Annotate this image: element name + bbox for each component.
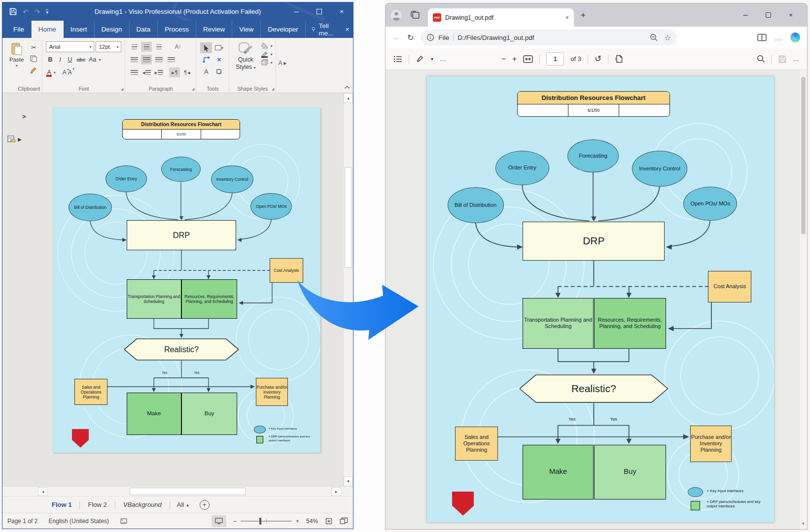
toolbar-more-icon[interactable]: … <box>440 55 446 63</box>
rectangle-tool-button[interactable]: ▾ <box>213 42 225 53</box>
back-icon[interactable]: ← <box>392 33 400 42</box>
grow-font-button[interactable]: A▴ <box>63 69 67 76</box>
insert-page-button[interactable]: + <box>200 500 210 510</box>
effects-button[interactable]: ▾ <box>261 59 272 66</box>
tell-me-box[interactable]: Tell me... <box>306 21 342 38</box>
close-tab-icon[interactable]: × <box>565 14 569 21</box>
vertical-scroll-thumb[interactable] <box>345 167 352 268</box>
align-top-button[interactable] <box>129 42 140 52</box>
refresh-icon[interactable]: ↻ <box>407 33 414 42</box>
node-transportation-planning[interactable]: Transportation Planning and Scheduling <box>523 298 594 349</box>
close-button[interactable]: × <box>330 2 353 21</box>
underline-button[interactable]: U <box>66 55 74 65</box>
tab-actions-icon[interactable] <box>410 10 421 20</box>
decrease-indent-button[interactable]: ◂ <box>141 67 152 77</box>
font-color-button[interactable]: A <box>46 69 52 76</box>
flowchart-title-block[interactable]: Distribution Resources Flowchart 6/1/00 <box>122 119 240 139</box>
save-icon[interactable] <box>9 8 17 15</box>
profile-avatar-icon[interactable] <box>390 9 402 21</box>
maximize-button[interactable] <box>308 2 330 21</box>
favorite-star-icon[interactable]: ☆ <box>664 33 671 42</box>
node-purchase-inventory-planning[interactable]: Purchase and/or Inventory Planning <box>690 426 732 462</box>
paste-dropdown-icon[interactable]: ▾ <box>16 64 18 68</box>
align-right-button[interactable] <box>153 55 164 65</box>
highlighter-icon[interactable] <box>416 55 424 64</box>
rotate-page-icon[interactable]: ↺ <box>595 54 601 64</box>
address-bar[interactable]: File D:/Files/Drawing1_out.pdf ☆ <box>421 30 677 45</box>
tab-file[interactable]: File <box>6 21 32 38</box>
node-inventory-control[interactable]: Inventory Control <box>211 166 253 193</box>
status-page-indicator[interactable]: Page 1 of 2 <box>7 518 37 525</box>
browser-maximize-button[interactable] <box>757 7 779 24</box>
scroll-down-icon[interactable]: ▾ <box>344 476 353 486</box>
align-middle-button[interactable] <box>141 42 152 52</box>
pointer-tool-button[interactable] <box>200 42 212 53</box>
pdf-page[interactable]: Distribution Resources Flowchart 6/1/00 … <box>427 76 774 522</box>
text-tool-button[interactable]: A <box>200 66 212 77</box>
node-order-entry[interactable]: Order Entry <box>106 166 147 192</box>
minimize-button[interactable]: ─ <box>285 2 308 21</box>
copilot-icon[interactable] <box>790 33 800 42</box>
highlighter-dropdown-icon[interactable]: ▾ <box>431 56 433 62</box>
expand-shapes-panel-icon[interactable]: > <box>22 113 26 120</box>
vertical-scrollbar[interactable]: ▴ ▾ <box>343 93 353 486</box>
node-resources-requirements[interactable]: Resources, Requirements, Planning, and S… <box>594 298 666 349</box>
italic-button[interactable]: I <box>56 55 64 65</box>
node-open-pos-mos[interactable]: Open POs/ MOs <box>250 193 292 220</box>
node-buy[interactable]: Buy <box>594 445 666 499</box>
stencil-panel-icon[interactable]: ▸ <box>7 134 22 144</box>
tab-process[interactable]: Process <box>158 21 196 38</box>
info-icon[interactable] <box>426 33 434 41</box>
node-drp[interactable]: DRP <box>127 220 236 250</box>
red-pentagon-marker[interactable] <box>72 429 89 448</box>
browser-close-button[interactable]: × <box>779 7 802 24</box>
zoom-slider[interactable]: − + <box>233 518 299 525</box>
change-case-dropdown-icon[interactable]: ▾ <box>99 58 101 62</box>
status-language[interactable]: English (United States) <box>48 518 109 525</box>
copy-icon[interactable] <box>29 54 38 63</box>
node-make[interactable]: Make <box>523 445 594 499</box>
bullets-button[interactable] <box>129 67 140 77</box>
new-tab-button[interactable]: + <box>581 10 586 20</box>
undo-icon[interactable]: ↶ <box>23 8 29 16</box>
page-tab-flow1[interactable]: Flow 1 <box>45 501 78 508</box>
crop-rotate-tool-button[interactable] <box>213 66 225 77</box>
font-color-dropdown-icon[interactable]: ▾ <box>54 70 56 75</box>
zoom-indicator-icon[interactable] <box>650 33 658 42</box>
tab-review[interactable]: Review <box>196 21 232 38</box>
zoom-percentage[interactable]: 54% <box>306 518 318 525</box>
page-tab-flow2[interactable]: Flow 2 <box>81 501 113 508</box>
paste-button[interactable]: Paste ▾ <box>7 41 26 84</box>
node-bill-of-distribution[interactable]: Bill of Distribution <box>448 187 504 223</box>
red-pentagon-marker[interactable] <box>452 492 474 516</box>
presentation-mode-button[interactable] <box>211 515 226 527</box>
node-make[interactable]: Make <box>127 393 181 435</box>
node-order-entry[interactable]: Order Entry <box>495 151 549 185</box>
ltr-direction-button[interactable]: ▸¶ <box>169 67 180 77</box>
node-drp[interactable]: DRP <box>523 222 665 261</box>
line-button[interactable]: ▾ <box>261 51 272 58</box>
align-center-button[interactable] <box>141 55 152 65</box>
visio-drawing-page[interactable]: Distribution Resources Flowchart 6/1/00 … <box>53 108 320 453</box>
page-number-input[interactable] <box>546 52 564 66</box>
tab-data[interactable]: Data <box>130 21 158 38</box>
rtl-direction-button[interactable]: ¶◂ <box>181 67 192 77</box>
tab-developer[interactable]: Developer <box>261 21 306 38</box>
zoom-in-icon[interactable]: + <box>296 518 299 525</box>
strikethrough-button[interactable]: abc <box>75 55 86 65</box>
collapse-ribbon-icon[interactable] <box>344 84 350 91</box>
quick-styles-button[interactable]: Quick Styles ▾ <box>233 41 258 84</box>
zoom-slider-thumb[interactable] <box>259 518 261 525</box>
browser-tab[interactable]: PDF Drawing1_out.pdf × <box>428 8 574 27</box>
all-pages-dropdown[interactable]: All▴ <box>171 501 195 508</box>
tab-design[interactable]: Design <box>95 21 130 38</box>
bold-button[interactable]: B <box>46 55 54 65</box>
horizontal-scroll-thumb[interactable] <box>130 488 246 495</box>
node-realistic-decision[interactable]: Realistic? <box>124 338 239 361</box>
pdf-scrollbar[interactable]: ▾ <box>800 70 807 529</box>
pdf-scroll-thumb[interactable] <box>801 77 806 234</box>
tab-view[interactable]: View <box>232 21 261 38</box>
node-buy[interactable]: Buy <box>181 393 237 435</box>
pdf-zoom-out-icon[interactable]: − <box>501 55 506 64</box>
font-name-combo[interactable]: Arial▾ <box>46 41 94 52</box>
